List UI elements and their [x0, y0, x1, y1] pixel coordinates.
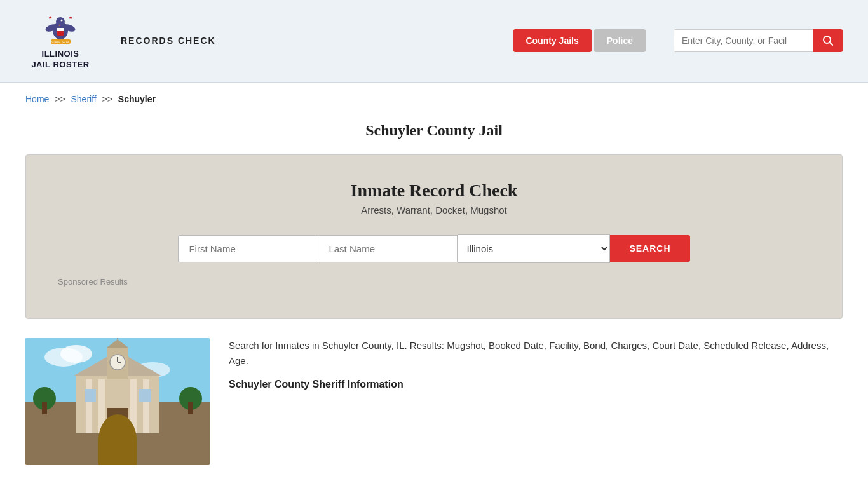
svg-rect-32	[139, 389, 151, 402]
header-search-button[interactable]	[813, 29, 843, 52]
breadcrumb: Home >> Sheriff >> Schuyler	[0, 83, 868, 111]
svg-point-16	[60, 345, 92, 363]
records-check-label: RECORDS CHECK	[121, 36, 216, 46]
inmate-record-subtitle: Arrests, Warrant, Docket, Mugshot	[58, 205, 810, 215]
breadcrumb-home[interactable]: Home	[25, 94, 49, 104]
svg-rect-28	[143, 379, 149, 433]
nav-buttons: County Jails Police	[513, 29, 646, 52]
illinois-seal-icon: ★ ★ STATE SEAL	[43, 11, 78, 46]
page-title: Schuyler County Jail	[0, 122, 868, 139]
header-search-bar	[674, 29, 843, 52]
description-paragraph: Search for Inmates in Schuyler County, I…	[229, 338, 843, 369]
svg-text:STATE SEAL: STATE SEAL	[51, 40, 70, 44]
logo-area: ★ ★ STATE SEAL ILLINOIS JAIL ROSTER	[25, 11, 95, 71]
svg-rect-7	[57, 28, 64, 31]
svg-rect-25	[86, 379, 92, 433]
svg-rect-22	[188, 402, 193, 414]
breadcrumb-sep2: >>	[102, 94, 112, 104]
header: ★ ★ STATE SEAL ILLINOIS JAIL ROSTER RECO…	[0, 0, 868, 83]
inmate-record-title: Inmate Record Check	[58, 180, 810, 201]
sheriff-info-title: Schuyler County Sheriff Information	[229, 376, 843, 393]
state-select[interactable]: AlabamaAlaskaArizonaArkansasCaliforniaCo…	[458, 234, 610, 263]
police-button[interactable]: Police	[594, 29, 646, 52]
breadcrumb-sheriff[interactable]: Sheriff	[71, 94, 97, 104]
first-name-input[interactable]	[178, 235, 318, 262]
search-icon	[822, 35, 834, 46]
svg-rect-27	[130, 379, 137, 433]
breadcrumb-current: Schuyler	[118, 94, 156, 104]
facility-image	[25, 338, 210, 465]
header-search-input[interactable]	[674, 29, 813, 52]
svg-point-30	[116, 419, 119, 422]
breadcrumb-sep1: >>	[55, 94, 65, 104]
sponsored-results-label: Sponsored Results	[58, 277, 810, 287]
svg-text:★: ★	[69, 15, 72, 20]
inmate-search-form: AlabamaAlaskaArizonaArkansasCaliforniaCo…	[58, 234, 810, 263]
bottom-section: Search for Inmates in Schuyler County, I…	[0, 338, 868, 488]
svg-line-13	[830, 43, 833, 46]
svg-rect-29	[107, 408, 128, 433]
inmate-record-box: Inmate Record Check Arrests, Warrant, Do…	[25, 154, 843, 319]
last-name-input[interactable]	[318, 235, 458, 262]
search-button[interactable]: SEARCH	[610, 235, 689, 262]
logo-text: ILLINOIS JAIL ROSTER	[31, 49, 89, 71]
svg-text:★: ★	[48, 15, 52, 20]
svg-rect-21	[42, 402, 47, 414]
svg-point-3	[60, 20, 62, 22]
svg-rect-26	[98, 379, 105, 433]
svg-rect-31	[85, 389, 96, 402]
county-jails-button[interactable]: County Jails	[513, 29, 592, 52]
description-text: Search for Inmates in Schuyler County, I…	[229, 338, 843, 465]
